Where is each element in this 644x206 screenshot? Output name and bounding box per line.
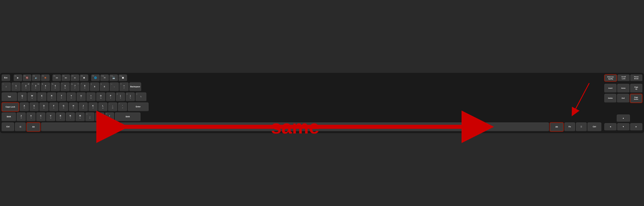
- key-shift-left[interactable]: Shift: [2, 112, 16, 121]
- key-a[interactable]: A Ф: [20, 102, 29, 111]
- key-backslash[interactable]: | \: [136, 92, 146, 101]
- key-f4[interactable]: F4 🔕: [41, 75, 50, 81]
- key-quote[interactable]: " ' Э: [118, 102, 127, 111]
- key-ctrl-right[interactable]: Ctrl: [588, 122, 601, 131]
- del-end-pgdn-row: Delete End PageDown: [604, 94, 642, 103]
- key-f9[interactable]: F9 🌐: [91, 75, 100, 81]
- key-fn[interactable]: Fn: [564, 122, 575, 131]
- key-f1[interactable]: F1 ▶: [14, 75, 22, 81]
- key-comma[interactable]: < , Б: [86, 112, 94, 121]
- key-k[interactable]: K Л: [88, 102, 98, 111]
- key-tab[interactable]: Tab: [2, 92, 17, 101]
- key-win[interactable]: ⊞: [15, 122, 26, 131]
- key-arrow-down[interactable]: ▼: [617, 123, 629, 131]
- ins-home-pgup-row: Insert Home PageUp: [604, 84, 642, 93]
- nav-cluster: Print ScrSysRq ScrollLock PauseBreak Ins…: [604, 75, 642, 131]
- arrow-bottom-row: ◄ ▼ ►: [604, 123, 642, 131]
- key-esc[interactable]: Esc: [2, 75, 10, 81]
- key-1[interactable]: ! 1 А: [12, 82, 20, 91]
- key-capslock[interactable]: Caps Lock: [2, 102, 19, 111]
- key-4[interactable]: $ ; 4 Е: [41, 82, 50, 91]
- key-q[interactable]: Q Й: [18, 92, 27, 101]
- key-s[interactable]: S Ы: [30, 102, 38, 111]
- key-space[interactable]: same: [41, 122, 549, 131]
- shift-row: Shift Z Я X Ч C С V М: [2, 112, 601, 121]
- caps-row: Caps Lock A Ф S Ы D В F А: [2, 102, 601, 111]
- key-insert[interactable]: Insert: [604, 84, 616, 93]
- key-shift-right[interactable]: Shift: [115, 112, 140, 121]
- key-alt-right[interactable]: Alt: [550, 122, 564, 131]
- key-w[interactable]: W Ц: [28, 92, 36, 101]
- key-g[interactable]: G П: [59, 102, 68, 111]
- key-period[interactable]: > . Ю: [95, 112, 104, 121]
- key-x[interactable]: X Ч: [26, 112, 36, 121]
- num-row: ~ ` Ё ! 1 А " @ 2 Ч # №: [2, 82, 601, 91]
- key-n[interactable]: N Т: [66, 112, 75, 121]
- key-j[interactable]: J О: [79, 102, 88, 111]
- key-y[interactable]: Y Н: [67, 92, 76, 101]
- key-8[interactable]: * 8 Ū: [80, 82, 89, 91]
- key-alt-left[interactable]: Alt: [26, 122, 40, 131]
- key-pageup[interactable]: PageUp: [630, 84, 642, 93]
- key-u[interactable]: U Г: [77, 92, 86, 101]
- key-7[interactable]: & ? 7 У: [70, 82, 80, 91]
- fn-row: Esc F1 ▶ F2 🔇 F3 🔉 F4 🔕: [2, 75, 601, 81]
- key-pagedown[interactable]: PageDown: [630, 94, 642, 103]
- key-bracket-close[interactable]: } ] Ъ: [126, 92, 135, 101]
- key-2[interactable]: " @ 2 Ч: [21, 82, 30, 91]
- key-3[interactable]: # № 3 С: [31, 82, 40, 91]
- key-5[interactable]: % 5 И: [51, 82, 60, 91]
- key-0[interactable]: ) 0: [100, 82, 109, 91]
- key-ctrl-left[interactable]: Ctrl: [2, 122, 14, 131]
- key-arrow-right[interactable]: ►: [630, 123, 642, 131]
- key-printscr[interactable]: Print ScrSysRq: [604, 75, 617, 81]
- key-m[interactable]: M Ь: [76, 112, 84, 121]
- key-z[interactable]: Z Я: [17, 112, 26, 121]
- key-f5[interactable]: F5 ⏮: [52, 75, 61, 81]
- key-home[interactable]: Home: [617, 84, 629, 93]
- key-f3[interactable]: F3 🔉: [32, 75, 40, 81]
- key-f7[interactable]: F7 ⏯: [71, 75, 79, 81]
- key-end[interactable]: End: [617, 94, 629, 103]
- key-f8[interactable]: F8 ⏹: [80, 75, 88, 81]
- key-enter[interactable]: Enter: [128, 102, 148, 111]
- key-i[interactable]: I Ш: [86, 92, 96, 101]
- key-b[interactable]: B И: [56, 112, 65, 121]
- key-semicolon[interactable]: : ; Ж: [108, 102, 117, 111]
- key-f2[interactable]: F2 🔇: [23, 75, 31, 81]
- key-v[interactable]: V М: [46, 112, 55, 121]
- key-9[interactable]: ( 9: [90, 82, 99, 91]
- key-backtick[interactable]: ~ ` Ё: [2, 82, 11, 91]
- key-scrolllock[interactable]: ScrollLock: [618, 75, 630, 81]
- tab-row: Tab Q Й W Ц E У R К: [2, 92, 601, 101]
- key-f[interactable]: F А: [49, 102, 58, 111]
- key-slash[interactable]: ? / .: [105, 112, 114, 121]
- key-minus[interactable]: — -: [110, 82, 119, 91]
- key-h[interactable]: H Р: [69, 102, 78, 111]
- key-f10[interactable]: F10 ✉: [100, 75, 109, 81]
- key-6[interactable]: ^ 6 Ш: [61, 82, 70, 91]
- key-c[interactable]: C С: [36, 112, 45, 121]
- key-bracket-open[interactable]: { [ Х: [116, 92, 125, 101]
- arrow-up-row: ▲: [604, 115, 642, 122]
- key-f6[interactable]: F6 ⏭: [62, 75, 70, 81]
- key-d[interactable]: D В: [40, 102, 48, 111]
- key-backspace[interactable]: Backspace: [130, 82, 141, 91]
- key-f11[interactable]: F11 💻: [110, 75, 118, 81]
- key-equals[interactable]: + = Ž: [120, 82, 128, 91]
- key-menu[interactable]: ☰: [576, 122, 587, 131]
- key-f12[interactable]: F12 ⬜: [119, 75, 127, 81]
- bottom-row: Ctrl ⊞ Alt: [2, 122, 601, 131]
- key-e[interactable]: E У: [38, 92, 46, 101]
- sys-key-row: Print ScrSysRq ScrollLock PauseBreak: [604, 75, 642, 81]
- key-p[interactable]: P З: [106, 92, 115, 101]
- key-pause[interactable]: PauseBreak: [630, 75, 642, 81]
- key-o[interactable]: O Щ: [96, 92, 105, 101]
- key-l[interactable]: L Д: [98, 102, 107, 111]
- key-arrow-up[interactable]: ▲: [617, 115, 630, 122]
- key-arrow-left[interactable]: ◄: [604, 123, 616, 131]
- key-r[interactable]: R К: [47, 92, 56, 101]
- key-delete[interactable]: Delete: [604, 94, 616, 103]
- key-t[interactable]: T Е: [57, 92, 66, 101]
